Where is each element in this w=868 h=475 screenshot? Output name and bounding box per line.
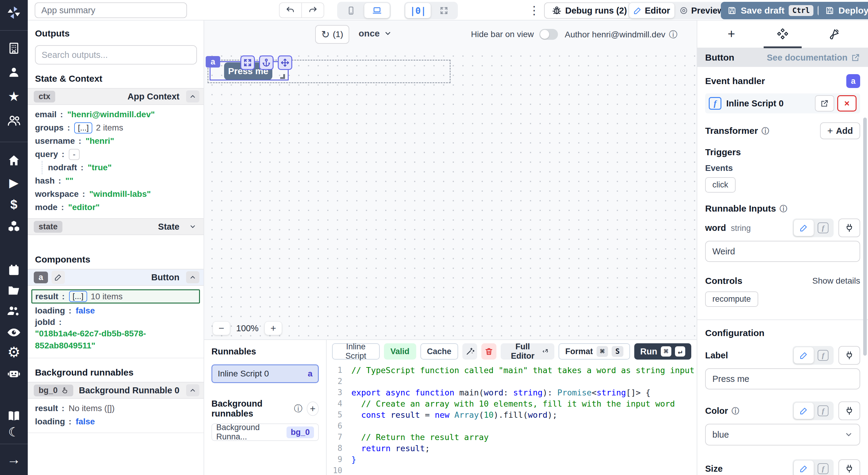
inline-script-tab[interactable]: Inline Script: [332, 343, 380, 360]
format-button[interactable]: Format ⌘ S: [559, 343, 630, 360]
state-context-title: State & Context: [28, 65, 204, 88]
attached-script-row[interactable]: f Inline Script 0 ×: [705, 94, 860, 113]
info-icon[interactable]: ⓘ: [294, 403, 303, 414]
anchor-handle[interactable]: [259, 56, 274, 70]
expand-object-button[interactable]: -: [69, 149, 80, 160]
eval-mode-button[interactable]: f: [814, 347, 832, 364]
calendar-icon[interactable]: [0, 262, 28, 278]
expand-array-button[interactable]: [...]: [69, 291, 87, 302]
desktop-view-button[interactable]: [364, 3, 390, 18]
tab-insert-component[interactable]: +: [715, 21, 748, 47]
moon-icon[interactable]: ☾: [0, 425, 28, 439]
home-icon[interactable]: [0, 152, 28, 168]
dollar-icon[interactable]: $: [0, 197, 28, 212]
button-component-header[interactable]: a Button: [28, 269, 204, 286]
eval-mode-button[interactable]: f: [814, 461, 832, 475]
star-icon[interactable]: ★: [0, 89, 28, 104]
chip-click[interactable]: click: [705, 177, 736, 193]
info-icon[interactable]: ⓘ: [780, 204, 787, 214]
static-mode-button[interactable]: [794, 220, 814, 236]
hide-bar-toggle[interactable]: [539, 29, 558, 40]
cache-button[interactable]: Cache: [421, 343, 458, 360]
cubes-icon[interactable]: [0, 218, 28, 234]
see-documentation-link[interactable]: See documentation: [767, 53, 861, 63]
tab-component-settings[interactable]: [766, 21, 799, 47]
play-icon[interactable]: ▶: [0, 175, 28, 191]
connect-input-button[interactable]: [838, 402, 860, 420]
schedule-select[interactable]: once: [359, 28, 392, 39]
toggle-knob: [540, 30, 549, 39]
folder-icon[interactable]: [0, 283, 28, 298]
expand-array-button[interactable]: [...]: [74, 122, 92, 134]
info-icon[interactable]: ⓘ: [669, 29, 677, 40]
resize-handle[interactable]: [280, 74, 285, 79]
right-panel-scrollbar[interactable]: [863, 117, 867, 355]
connect-input-button[interactable]: [838, 218, 860, 237]
tab-styling[interactable]: [817, 21, 850, 47]
info-icon[interactable]: ⓘ: [762, 126, 769, 136]
background-runnable-item[interactable]: Background Runna... bg_0: [211, 423, 319, 441]
tab-editor[interactable]: Editor: [629, 3, 674, 18]
show-details-link[interactable]: Show details: [812, 276, 860, 286]
user-icon[interactable]: [0, 65, 28, 80]
static-mode-button[interactable]: [794, 347, 814, 364]
bg0-header[interactable]: bg_0 Background Runnable 0: [28, 382, 204, 399]
mobile-view-button[interactable]: [338, 3, 364, 18]
chevron-down-icon[interactable]: [186, 220, 199, 233]
chip-recompute[interactable]: recompute: [705, 292, 758, 307]
search-outputs-input[interactable]: [35, 45, 197, 65]
eval-mode-button[interactable]: f: [814, 220, 832, 236]
color-select[interactable]: blue: [705, 424, 860, 445]
undo-button[interactable]: [280, 3, 301, 18]
add-background-runnable-button[interactable]: +: [307, 402, 319, 416]
more-menu-button[interactable]: ⋮: [526, 3, 542, 18]
fullscreen-button[interactable]: [431, 3, 457, 18]
remove-script-button[interactable]: ×: [837, 95, 857, 111]
app-canvas[interactable]: a Press me − 100% +: [204, 48, 697, 339]
eye-icon[interactable]: [0, 325, 28, 340]
refresh-button[interactable]: ↻ (1): [315, 25, 349, 44]
run-button[interactable]: Run ⌘ ↵: [634, 343, 691, 360]
full-editor-button[interactable]: Full Editor: [501, 343, 554, 360]
zoom-in-button[interactable]: +: [265, 321, 282, 335]
expand-handle[interactable]: [240, 56, 255, 70]
static-mode-button[interactable]: [794, 403, 814, 419]
expand-sidebar-arrow-icon[interactable]: →: [0, 451, 28, 467]
ai-assistant-button[interactable]: [462, 343, 477, 360]
code-token: (: [523, 409, 528, 420]
tab-preview[interactable]: Preview: [675, 3, 728, 18]
static-mode-button[interactable]: [794, 461, 814, 475]
code-editor[interactable]: 1// TypeScript function called "main" th…: [327, 363, 697, 475]
chevron-up-icon[interactable]: [186, 384, 199, 396]
zoom-out-button[interactable]: −: [213, 321, 230, 335]
eval-mode-button[interactable]: f: [814, 403, 832, 419]
runnable-item-selected[interactable]: Inline Script 0 a: [211, 364, 319, 383]
ctx-header[interactable]: ctx App Context: [28, 88, 204, 105]
spacing-view-button[interactable]: |0|: [405, 3, 431, 18]
chevron-up-icon[interactable]: [186, 271, 199, 283]
robot-icon[interactable]: [0, 366, 28, 381]
add-transformer-button[interactable]: + Add: [820, 122, 860, 139]
book-icon[interactable]: [0, 408, 28, 424]
user-settings-icon[interactable]: [0, 304, 28, 319]
state-header[interactable]: state State: [28, 218, 204, 235]
info-icon[interactable]: ⓘ: [732, 406, 739, 416]
chevron-up-icon[interactable]: [186, 91, 199, 102]
open-script-button[interactable]: [815, 95, 834, 111]
move-handle[interactable]: [278, 56, 292, 70]
label-value-input[interactable]: [705, 368, 860, 389]
connect-input-button[interactable]: [838, 346, 860, 365]
windmill-logo-icon[interactable]: [0, 4, 28, 21]
delete-script-button[interactable]: [482, 343, 496, 360]
line-number: 8: [327, 443, 342, 454]
app-summary-input[interactable]: [35, 2, 187, 18]
gear-icon[interactable]: ⚙: [0, 344, 28, 360]
users-icon[interactable]: [0, 113, 28, 128]
debug-runs-button[interactable]: Debug runs (2): [544, 2, 635, 19]
word-value-input[interactable]: [705, 241, 860, 262]
deploy-button[interactable]: Deploy: [818, 2, 868, 19]
connect-input-button[interactable]: [838, 459, 860, 475]
rename-component-button[interactable]: [52, 271, 65, 284]
buildings-icon[interactable]: [0, 40, 28, 56]
redo-button[interactable]: [301, 3, 323, 18]
